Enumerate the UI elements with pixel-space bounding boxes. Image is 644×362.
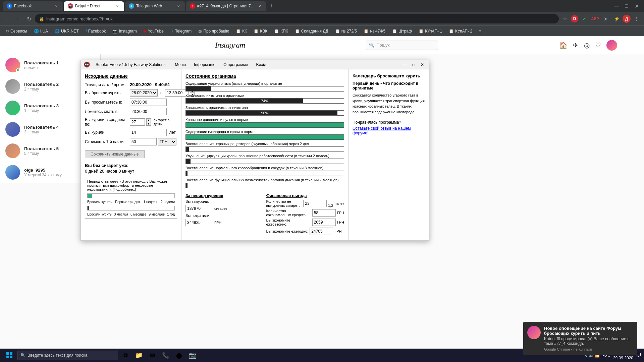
bookmark-servisy[interactable]: ⚙Сервисы — [3, 28, 30, 34]
taskbar-search[interactable]: 🔍 Введите здесь текст для поиска — [17, 351, 118, 360]
profile-avatar[interactable] — [606, 40, 617, 51]
reload-button[interactable]: ↻ — [24, 14, 34, 23]
sleep-time-input[interactable] — [130, 108, 167, 115]
messages-icon[interactable]: ✈ — [573, 41, 579, 49]
start-button[interactable] — [3, 350, 16, 361]
bookmark-kpk[interactable]: 📋КПК — [271, 28, 291, 34]
bookmark-shtraf[interactable]: 📋Штраф — [389, 28, 415, 34]
pack-price-input[interactable] — [130, 138, 157, 145]
bar-label-2: Зависимость организма от никотина — [185, 106, 344, 110]
new-tab-button[interactable]: + — [267, 1, 276, 11]
forum-cta[interactable]: Оставьте свой отзыв на нашем форуме! — [353, 126, 425, 135]
quit-date-select[interactable]: 28.09.2020 — [130, 89, 158, 97]
saved-money-input[interactable] — [312, 209, 336, 217]
bookmark-kk[interactable]: 📋КК — [233, 28, 250, 34]
app-minimize-button[interactable]: — — [401, 61, 409, 68]
bookmark-kupap1[interactable]: 📋КУпАП- 1 — [416, 28, 445, 34]
minimize-browser-button[interactable]: — — [612, 1, 621, 11]
shield-icon[interactable]: ✓ — [580, 14, 589, 23]
send-icon[interactable]: ➤ — [601, 14, 610, 23]
smoked-cigs-value-row: сигарет — [185, 205, 264, 212]
avatar-wrap-2 — [5, 79, 20, 94]
save-button[interactable]: Сохранить новые данные — [85, 150, 145, 158]
bar-fill-6 — [186, 159, 191, 164]
taskbar-file-manager[interactable]: 📁 — [133, 349, 145, 361]
saved-money-label: Количество сэкономленых средств: — [266, 209, 311, 217]
tab-close-forum[interactable]: ✕ — [257, 3, 262, 9]
bookmark-474[interactable]: 📋№ 474/5 — [361, 28, 388, 34]
taskbar-camera[interactable]: 📷 — [186, 349, 199, 361]
maximize-browser-button[interactable]: □ — [622, 1, 631, 11]
bookmark-star-icon[interactable]: ☆ — [560, 14, 570, 23]
smoked-cigs-input[interactable] — [185, 205, 212, 212]
taskbar-viber[interactable]: 📞 — [160, 349, 172, 361]
windows-logo-icon — [6, 352, 13, 359]
unsm-cigs-input[interactable] — [303, 200, 327, 207]
tab-telegram[interactable]: ✈ Telegram Web ✕ — [125, 1, 185, 11]
bookmark-telegram[interactable]: ✈Telegram — [168, 28, 194, 34]
tab-facebook[interactable]: f Facebook ✕ — [3, 1, 63, 11]
bookmark-facebook[interactable]: fFacebook — [83, 28, 109, 34]
address-bar[interactable]: 🔒 instagram.com/direct/inbox/?hl=uk — [35, 14, 559, 23]
bookmark-youtube[interactable]: ▶YouTube — [141, 28, 166, 34]
extensions-icon[interactable]: ⚡ — [612, 14, 621, 23]
menu-item-menu[interactable]: Меню — [174, 62, 187, 68]
menu-item-exit[interactable]: Вихід — [255, 62, 268, 68]
calendar-day-title: Первый день - Что происходит в организме — [353, 81, 425, 90]
app-maximize-button[interactable]: □ — [410, 61, 418, 68]
wake-time-input[interactable] — [130, 99, 167, 106]
more-options-icon[interactable]: ⋮ — [632, 14, 641, 23]
quit-date-row: Вы бросили курить: 28.09.2020 в ▲ ▼ — [85, 89, 177, 97]
bookmark-kvk[interactable]: 📋КВК — [251, 28, 270, 34]
abp-icon[interactable]: АВР — [590, 14, 600, 23]
bookmark-instagram[interactable]: 📷Instagram — [110, 28, 139, 34]
bookmark-icon-kvk: 📋 — [254, 29, 259, 34]
menu-item-about[interactable]: О программе — [222, 62, 249, 68]
tab-label-telegram: Telegram Web — [136, 4, 174, 8]
bookmark-more[interactable]: » — [476, 28, 484, 34]
tab-favicon-telegram: ✈ — [129, 3, 134, 9]
back-button[interactable]: ← — [3, 14, 12, 23]
heart-icon[interactable]: ♡ — [595, 41, 601, 49]
app-close-button[interactable]: ✕ — [418, 61, 426, 68]
close-browser-button[interactable]: ✕ — [632, 1, 641, 11]
spent-money-label: Вы потратили: — [185, 214, 210, 218]
bar-track-0: 16% — [185, 86, 344, 92]
bookmark-probatsiya[interactable]: ⚖Про пробацію — [196, 28, 232, 34]
spent-money-input[interactable] — [185, 219, 212, 226]
taskbar-mail[interactable]: ✉ — [146, 349, 158, 361]
taskbar-chrome[interactable]: ⬤ — [173, 349, 185, 361]
annual-save-input[interactable] — [310, 228, 333, 235]
bookmark-iua[interactable]: 🌐I.UA — [31, 28, 51, 34]
tab-close-telegram[interactable]: ✕ — [176, 3, 181, 9]
tab-close-facebook[interactable]: ✕ — [54, 3, 59, 9]
menu-item-info[interactable]: Інформація — [193, 62, 217, 68]
cigs-up[interactable]: ▲ — [146, 118, 151, 122]
bookmark-ukrnet[interactable]: 🌐UKR.NET — [52, 28, 82, 34]
msg-avatar-3 — [5, 101, 20, 115]
forward-button[interactable]: → — [13, 14, 23, 23]
compass-icon[interactable]: ◎ — [584, 41, 590, 49]
tab-label-forum: #27_4 Команда | Страниця 70 | — [197, 4, 255, 8]
tab-instagram[interactable]: 📷 Вхідні • Direct ✕ — [64, 1, 124, 11]
cigs-down[interactable]: ▼ — [146, 122, 151, 126]
tab-close-instagram[interactable]: ✕ — [115, 3, 120, 9]
years-smoked-input[interactable] — [130, 129, 167, 136]
bookmark-kupap2[interactable]: 📋КУпАП- 2 — [446, 28, 475, 34]
tab-forum[interactable]: ! #27_4 Команда | Страниця 70 | ✕ — [186, 1, 266, 11]
wake-time-row: Вы просыпаетесь в: — [85, 99, 177, 106]
profile-icon[interactable]: Д — [623, 15, 631, 23]
taskbar-task-view[interactable]: ⧉ — [119, 349, 131, 361]
instagram-search-box[interactable]: 🔍 Пошук — [366, 41, 438, 50]
smoked-cigs-unit: сигарет — [214, 206, 227, 210]
bookmark-dd[interactable]: 📋Складання ДД — [292, 28, 331, 34]
withdrawal-labels-2: Бросили курить 3 месяца 6 месяцев 9 меся… — [87, 213, 175, 216]
home-icon[interactable]: 🏠 — [559, 41, 568, 49]
smokefree-app-window: 🚭 Smoke-Free v.1.5 by Fairway Solutions … — [80, 60, 429, 241]
cigs-per-day-input[interactable] — [130, 118, 145, 126]
bookmark-272[interactable]: 📋№ 272/5 — [332, 28, 360, 34]
years-unit: лет — [169, 130, 176, 135]
address-text: instagram.com/direct/inbox/?hl=uk — [46, 16, 113, 21]
currency-select[interactable]: ГРН — [158, 138, 176, 145]
yearly-save-input[interactable] — [312, 219, 336, 226]
